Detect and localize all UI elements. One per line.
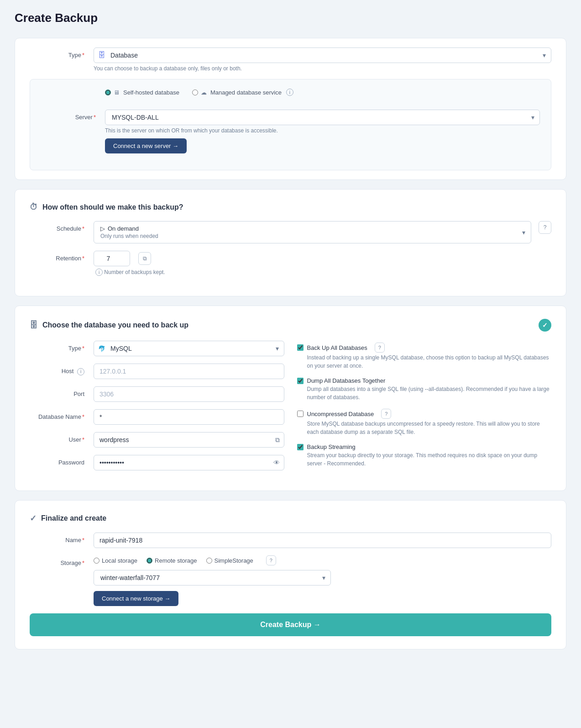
- self-hosted-radio[interactable]: [105, 90, 111, 95]
- backup-all-label[interactable]: Back Up All Databases ?: [297, 343, 552, 353]
- remote-storage-radio[interactable]: [147, 558, 152, 564]
- user-label: User*: [30, 432, 94, 443]
- page-title: Create Backup: [15, 11, 566, 25]
- database-card: 🗄 Choose the database you need to back u…: [15, 306, 566, 491]
- check-section-icon: ✓: [30, 513, 37, 523]
- backup-all-option: Back Up All Databases ? Instead of backi…: [297, 343, 552, 370]
- user-input[interactable]: [94, 432, 284, 448]
- type-content: 🗄 Database Files only Both ▾ You can cho…: [94, 47, 551, 72]
- backup-all-info-icon[interactable]: ?: [375, 343, 385, 353]
- streaming-text: Backup Streaming: [307, 443, 356, 450]
- finalize-title: Finalize and create: [41, 514, 106, 522]
- user-row: User* ⧉: [30, 432, 284, 448]
- connect-storage-button[interactable]: Connect a new storage →: [94, 591, 178, 606]
- db-name-input[interactable]: [94, 409, 284, 425]
- schedule-info-button[interactable]: ?: [539, 221, 551, 234]
- storage-select[interactable]: winter-waterfall-7077 Other storage: [94, 570, 331, 586]
- retention-row: Retention* ⧉ i Number of backups kept.: [30, 251, 551, 276]
- server-label: Server*: [41, 110, 105, 121]
- connect-server-button[interactable]: Connect a new server →: [105, 138, 187, 153]
- user-content: ⧉: [94, 432, 284, 448]
- dump-all-desc: Dump all databases into a single SQL fil…: [307, 385, 552, 401]
- database-left-col: Type* 🐬 MySQL PostgreSQL MariaDB ▾: [30, 341, 284, 478]
- streaming-checkbox[interactable]: [297, 444, 304, 450]
- storage-row: Storage* Local storage Remote storage Si…: [30, 555, 551, 606]
- backup-all-desc: Instead of backing up a single MySQL dat…: [307, 353, 552, 370]
- port-input[interactable]: [94, 386, 284, 402]
- create-backup-button[interactable]: Create Backup →: [30, 613, 551, 636]
- retention-info-button[interactable]: ⧉: [138, 252, 151, 265]
- server-subsection: 🖥 Self-hosted database ☁ Managed databas…: [30, 79, 551, 170]
- host-input[interactable]: [94, 364, 284, 379]
- schedule-label: Schedule*: [30, 221, 94, 232]
- port-content: [94, 386, 284, 402]
- uncompressed-checkbox[interactable]: [297, 411, 304, 417]
- managed-radio[interactable]: [192, 90, 198, 95]
- finalize-header: ✓ Finalize and create: [30, 513, 551, 523]
- user-copy-icon[interactable]: ⧉: [275, 436, 280, 444]
- host-info-icon: i: [77, 368, 84, 375]
- name-input[interactable]: [94, 533, 551, 548]
- name-content: [94, 533, 551, 548]
- type-hint: You can choose to backup a database only…: [94, 65, 551, 72]
- password-input[interactable]: [94, 455, 284, 470]
- type-label: Type*: [30, 47, 94, 58]
- managed-option[interactable]: ☁ Managed database service i: [192, 89, 293, 96]
- password-label: Password: [30, 455, 94, 466]
- server-hint: This is the server on which OR from whic…: [105, 127, 540, 134]
- retention-info-icon: i: [95, 269, 103, 276]
- server-select-wrapper: MYSQL-DB-ALL Other server ▾: [105, 110, 540, 125]
- server-row: Server* MYSQL-DB-ALL Other server ▾ This…: [41, 110, 540, 153]
- db-type-radios: 🖥 Self-hosted database ☁ Managed databas…: [105, 89, 540, 102]
- type-row: Type* 🗄 Database Files only Both ▾ You c…: [30, 47, 551, 72]
- db-type-select-wrapper: 🐬 MySQL PostgreSQL MariaDB ▾: [94, 341, 284, 356]
- uncompressed-label[interactable]: Uncompressed Database ?: [297, 409, 552, 419]
- managed-info-icon[interactable]: i: [286, 89, 293, 96]
- db-type-form-label: Type*: [30, 341, 94, 352]
- uncompressed-desc: Store MySQL database backups uncompresse…: [307, 420, 552, 436]
- schedule-row: Schedule* ▷ On demand Only runs when nee…: [30, 221, 551, 243]
- retention-hint: i Number of backups kept.: [94, 269, 551, 276]
- dump-all-label[interactable]: Dump All Databases Together: [297, 377, 552, 384]
- server-select[interactable]: MYSQL-DB-ALL Other server: [105, 110, 540, 125]
- managed-label: Managed database service: [210, 89, 282, 96]
- host-row: Host i: [30, 364, 284, 379]
- schedule-title: How often should we make this backup?: [42, 203, 183, 211]
- remote-storage-option[interactable]: Remote storage: [147, 557, 197, 564]
- db-type-radio-group: 🖥 Self-hosted database ☁ Managed databas…: [105, 89, 540, 96]
- simple-storage-option[interactable]: SimpleStorage: [206, 557, 253, 564]
- uncompressed-info-icon[interactable]: ?: [381, 409, 391, 419]
- port-label: Port: [30, 386, 94, 397]
- db-type-spacer: [41, 89, 105, 93]
- streaming-option: Backup Streaming Stream your backup dire…: [297, 443, 552, 468]
- type-select[interactable]: Database Files only Both: [94, 47, 551, 63]
- database-title: Choose the database you need to back up: [42, 321, 188, 329]
- streaming-label[interactable]: Backup Streaming: [297, 443, 552, 450]
- dump-all-checkbox[interactable]: [297, 378, 304, 384]
- self-hosted-option[interactable]: 🖥 Self-hosted database: [105, 89, 179, 96]
- simple-storage-radio[interactable]: [206, 558, 212, 564]
- schedule-card: ⏱ How often should we make this backup? …: [15, 189, 566, 296]
- retention-input[interactable]: [94, 251, 130, 266]
- schedule-header: ⏱ How often should we make this backup?: [30, 202, 551, 212]
- local-storage-option[interactable]: Local storage: [94, 557, 137, 564]
- schedule-wrapper: ▷ On demand Only runs when needed ▾ ?: [94, 221, 551, 243]
- db-type-form-row: Type* 🐬 MySQL PostgreSQL MariaDB ▾: [30, 341, 284, 356]
- schedule-content: ▷ On demand Only runs when needed ▾ ?: [94, 221, 551, 243]
- db-name-label: Database Name*: [30, 409, 94, 420]
- dump-all-option: Dump All Databases Together Dump all dat…: [297, 377, 552, 401]
- schedule-display[interactable]: ▷ On demand Only runs when needed ▾: [94, 221, 531, 243]
- db-type-form-content: 🐬 MySQL PostgreSQL MariaDB ▾: [94, 341, 284, 356]
- user-input-wrapper: ⧉: [94, 432, 284, 448]
- storage-content: Local storage Remote storage SimpleStora…: [94, 555, 551, 606]
- backup-all-checkbox[interactable]: [297, 344, 304, 351]
- database-header: 🗄 Choose the database you need to back u…: [30, 319, 551, 332]
- play-icon: ▷: [100, 225, 105, 232]
- password-toggle-icon[interactable]: 👁: [273, 459, 280, 466]
- db-name-content: [94, 409, 284, 425]
- db-name-row: Database Name*: [30, 409, 284, 425]
- local-storage-radio[interactable]: [94, 558, 99, 564]
- db-type-select[interactable]: MySQL PostgreSQL MariaDB: [94, 341, 284, 356]
- retention-input-row: ⧉: [94, 251, 551, 266]
- storage-info-icon[interactable]: ?: [266, 555, 276, 565]
